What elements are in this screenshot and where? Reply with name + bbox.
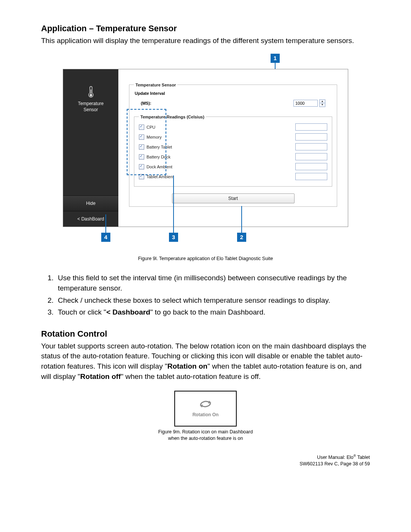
fig9m-line1: Figure 9m. Rotation icon on main Dashboa… bbox=[158, 429, 253, 435]
sensor-row: Battery Dock bbox=[139, 152, 327, 162]
sensor-checkbox[interactable] bbox=[139, 164, 144, 169]
update-row: (MS): ▲ ▼ bbox=[134, 98, 332, 109]
sensor-checkbox[interactable] bbox=[139, 144, 144, 150]
sidebar-label-line2: Sensor bbox=[83, 107, 98, 112]
sensor-reading-field bbox=[295, 133, 327, 141]
rot-p-b: Rotation on bbox=[167, 362, 208, 370]
instruction-3-c: " to go back to the main Dashboard. bbox=[150, 308, 265, 316]
footer-l1a: User Manual: Elo bbox=[317, 455, 354, 460]
instruction-3: Touch or click "< Dashboard" to go back … bbox=[56, 307, 370, 318]
sensor-row: Tablet Ambient bbox=[139, 172, 327, 182]
sensor-reading-field bbox=[295, 123, 327, 131]
rotation-icon-box: Rotation On bbox=[174, 391, 237, 427]
spinner-up-icon[interactable]: ▲ bbox=[320, 100, 325, 103]
screenshot-frame: Temperature Sensor Hide < DashBoard Temp… bbox=[63, 69, 348, 227]
instruction-2: Check / uncheck these boxes to select wh… bbox=[56, 295, 370, 306]
figure-9l-caption: Figure 9l. Temperature application of El… bbox=[41, 256, 370, 261]
sensor-checkbox[interactable] bbox=[139, 174, 144, 179]
ts-legend: Temperature Sensor bbox=[134, 83, 177, 87]
instruction-3-b: < Dashboard bbox=[106, 308, 150, 316]
sensor-reading-field bbox=[295, 163, 327, 170]
sensor-label: Battery Tablet bbox=[147, 145, 172, 149]
footer-l1b: Tablet bbox=[356, 455, 370, 460]
sensor-label: CPU bbox=[147, 125, 155, 129]
sensor-checkbox[interactable] bbox=[139, 154, 144, 160]
sensor-checkbox[interactable] bbox=[139, 134, 144, 140]
screenshot-container: 1 Temperature Sensor Hide < DashBoar bbox=[63, 58, 348, 244]
callout-3-line bbox=[173, 176, 174, 233]
dashboard-button[interactable]: < DashBoard bbox=[63, 211, 118, 227]
page-footer: User Manual: Elo® Tablet SW602113 Rev C,… bbox=[299, 454, 370, 467]
callout-3: 3 bbox=[169, 233, 178, 242]
rotation-arrows-icon bbox=[199, 400, 212, 410]
sensor-row: Dock Ambient bbox=[139, 162, 327, 172]
temperature-sensor-group: Temperature Sensor Update Interval (MS):… bbox=[129, 83, 337, 207]
hide-button[interactable]: Hide bbox=[63, 195, 118, 211]
callout-2: 2 bbox=[237, 233, 246, 242]
figure-9m-caption: Figure 9m. Rotation icon on main Dashboa… bbox=[41, 429, 370, 442]
sensor-label: Dock Ambient bbox=[147, 165, 172, 169]
footer-line1: User Manual: Elo® Tablet bbox=[299, 454, 370, 460]
sidebar-label: Temperature Sensor bbox=[78, 101, 104, 113]
instruction-list: Use this field to set the interval time … bbox=[41, 273, 370, 318]
sensor-reading-field bbox=[295, 153, 327, 160]
readings-legend: Temperature Readings (Celsius) bbox=[139, 115, 206, 119]
screenshot-sidebar: Temperature Sensor Hide < DashBoard bbox=[63, 69, 118, 227]
callout-4-line bbox=[105, 214, 106, 233]
interval-input[interactable] bbox=[293, 100, 318, 107]
sensor-label: Battery Dock bbox=[147, 155, 170, 159]
fig9m-line2: when the auto-rotation feature is on bbox=[168, 436, 243, 441]
thermometer-icon bbox=[87, 85, 95, 98]
screenshot-main: Temperature Sensor Update Interval (MS):… bbox=[118, 69, 348, 227]
callout-4: 4 bbox=[101, 233, 110, 242]
sensor-checkbox[interactable] bbox=[139, 125, 144, 130]
rot-p-d: Rotation off bbox=[80, 372, 121, 380]
callout-2-line bbox=[241, 206, 242, 233]
update-interval-label: Update Interval bbox=[135, 91, 332, 96]
sensor-label: Tablet Ambient bbox=[147, 174, 174, 179]
sensor-label: Memory bbox=[147, 135, 162, 139]
svg-rect-1 bbox=[91, 89, 91, 94]
start-button[interactable]: Start bbox=[172, 193, 295, 203]
instruction-3-a: Touch or click " bbox=[58, 308, 106, 316]
ms-label: (MS): bbox=[141, 101, 151, 105]
callout-1: 1 bbox=[271, 54, 280, 63]
heading-temp-sensor: Application – Temperature Sensor bbox=[41, 24, 370, 34]
sidebar-label-line1: Temperature bbox=[78, 101, 104, 106]
rotation-status-label: Rotation On bbox=[193, 412, 219, 417]
footer-line2: SW602113 Rev C, Page 38 of 59 bbox=[299, 461, 370, 467]
intro-temp-sensor: This application will display the temper… bbox=[41, 36, 370, 46]
intro-rotation: Your tablet supports screen auto-rotatio… bbox=[41, 341, 370, 382]
sensor-reading-field bbox=[295, 173, 327, 180]
rot-p-e: " when the tablet auto-rotation feature … bbox=[121, 372, 261, 380]
instruction-1: Use this field to set the interval time … bbox=[56, 273, 370, 294]
sensor-row: Memory bbox=[139, 132, 327, 142]
sensor-row: Battery Tablet bbox=[139, 142, 327, 152]
readings-group: Temperature Readings (Celsius) CPU Memor… bbox=[134, 115, 332, 187]
heading-rotation: Rotation Control bbox=[41, 329, 370, 339]
spinner-down-icon[interactable]: ▼ bbox=[320, 103, 325, 107]
interval-spinner[interactable]: ▲ ▼ bbox=[319, 99, 325, 107]
sensor-reading-field bbox=[295, 143, 327, 150]
sensor-row: CPU bbox=[139, 122, 327, 132]
